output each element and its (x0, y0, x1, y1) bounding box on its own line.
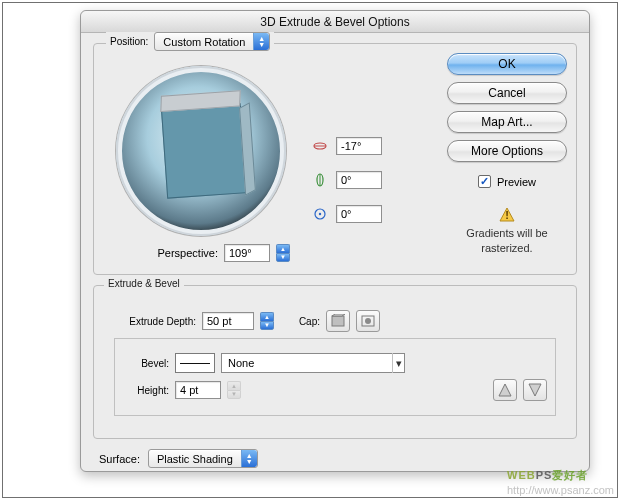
svg-point-9 (365, 318, 371, 324)
position-preset-select[interactable]: Custom Rotation ▲▼ (154, 32, 270, 51)
bevel-extent-in-button[interactable] (493, 379, 517, 401)
cap-on-button[interactable] (326, 310, 350, 332)
surface-row: Surface: Plastic Shading ▲▼ (99, 449, 577, 468)
bevel-extent-out-button[interactable] (523, 379, 547, 401)
surface-select[interactable]: Plastic Shading ▲▼ (148, 449, 258, 468)
rotate-z-input[interactable] (336, 205, 382, 223)
cube-preview (161, 103, 247, 198)
bevel-height-label: Height: (123, 385, 169, 396)
extrude-depth-label: Extrude Depth: (112, 316, 196, 327)
svg-rect-6 (332, 316, 344, 326)
updown-icon: ▲▼ (241, 450, 257, 467)
perspective-label: Perspective: (157, 247, 218, 259)
extrude-depth-stepper[interactable]: ▲▼ (260, 312, 274, 330)
rotate-z-icon (312, 206, 328, 222)
rotation-controls (296, 66, 382, 262)
surface-label: Surface: (99, 453, 140, 465)
bevel-value: None (228, 357, 254, 369)
position-preset-value: Custom Rotation (155, 36, 253, 48)
rotate-x-input[interactable] (336, 137, 382, 155)
dialog-buttons: OK Cancel Map Art... More Options ✓ Prev… (447, 53, 567, 256)
cancel-button[interactable]: Cancel (447, 82, 567, 104)
bevel-select[interactable]: None ▾ (221, 353, 405, 373)
rotate-x-icon (312, 138, 328, 154)
bevel-box: Bevel: None ▾ Height: ▲▼ (114, 338, 556, 416)
position-label: Position: (110, 36, 148, 47)
bevel-height-stepper[interactable]: ▲▼ (227, 381, 241, 399)
bevel-label: Bevel: (123, 358, 169, 369)
bevel-height-input[interactable] (175, 381, 221, 399)
dialog-title: 3D Extrude & Bevel Options (81, 11, 589, 33)
cap-off-button[interactable] (356, 310, 380, 332)
updown-icon: ▲▼ (253, 33, 269, 50)
warning-message: ! Gradients will be rasterized. (447, 207, 567, 256)
svg-text:!: ! (505, 209, 509, 221)
svg-marker-10 (499, 384, 511, 396)
more-options-button[interactable]: More Options (447, 140, 567, 162)
rotate-y-icon (312, 172, 328, 188)
cap-label: Cap: (294, 316, 320, 327)
bevel-preview (175, 353, 215, 373)
map-art-button[interactable]: Map Art... (447, 111, 567, 133)
preview-checkbox[interactable]: ✓ (478, 175, 491, 188)
perspective-stepper[interactable]: ▲▼ (276, 244, 290, 262)
chevron-down-icon: ▾ (392, 353, 404, 373)
svg-point-5 (319, 213, 321, 215)
extrude-bevel-legend: Extrude & Bevel (104, 278, 184, 289)
rotation-trackball[interactable] (116, 66, 286, 236)
extrude-depth-input[interactable] (202, 312, 254, 330)
position-legend: Position: Custom Rotation ▲▼ (106, 32, 274, 51)
dialog-3d-extrude-bevel: 3D Extrude & Bevel Options Position: Cus… (80, 10, 590, 472)
perspective-input[interactable] (224, 244, 270, 262)
fieldset-extrude-bevel: Extrude & Bevel Extrude Depth: ▲▼ Cap: (93, 285, 577, 439)
surface-value: Plastic Shading (149, 453, 241, 465)
ok-button[interactable]: OK (447, 53, 567, 75)
preview-label: Preview (497, 176, 536, 188)
rotate-y-input[interactable] (336, 171, 382, 189)
warning-icon: ! (499, 207, 515, 222)
svg-marker-11 (529, 384, 541, 396)
svg-marker-7 (332, 314, 345, 316)
